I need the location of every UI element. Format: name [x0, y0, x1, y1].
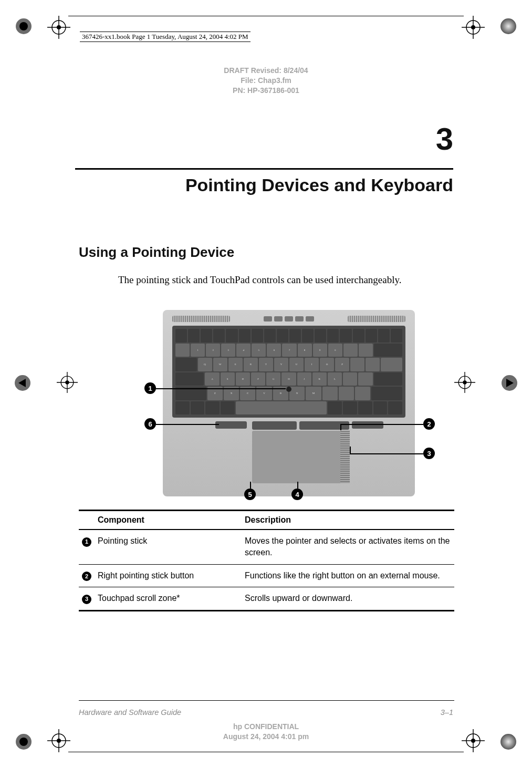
side-arrow-icon: [13, 373, 32, 392]
side-arrow-icon: [500, 373, 519, 392]
row-component: Pointing stick: [95, 530, 242, 564]
touchpad-button-right: [299, 421, 349, 430]
callout-badge: 5: [244, 489, 256, 500]
callout-badge: 3: [423, 448, 435, 459]
pointing-stick-button-right: [352, 421, 383, 429]
keyboard-touchpad-figure: 1234567890 QWERTYUIOP ASDFGHJKL ZXCVBNM: [163, 310, 415, 496]
body-paragraph: The pointing stick and TouchPad controls…: [118, 273, 428, 287]
draft-line: DRAFT Revised: 8/24/04: [0, 66, 532, 76]
speaker-bar: [172, 314, 405, 324]
media-button-icon: [285, 316, 293, 321]
table-header-component: Component: [95, 511, 242, 530]
component-table: Component Description 1 Pointing stick M…: [79, 510, 454, 611]
callout-leader-line: [156, 388, 286, 389]
print-mark-icon: [498, 16, 519, 37]
callout-leader-line: [341, 424, 423, 425]
row-description: Scrolls upward or downward.: [242, 587, 454, 610]
svg-point-2: [500, 18, 516, 34]
row-description: Functions like the right button on an ex…: [242, 564, 454, 587]
callout-badge: 1: [144, 382, 156, 394]
touchpad-area: [252, 431, 341, 483]
table-row: 3 Touchpad scroll zone* Scrolls upward o…: [79, 587, 454, 610]
callout-leader-line: [350, 447, 351, 454]
media-button-icon: [295, 316, 304, 321]
media-button-icon: [306, 316, 314, 321]
svg-point-1: [19, 22, 28, 30]
callout-leader-line: [351, 453, 423, 454]
row-description: Moves the pointer and selects or activat…: [242, 530, 454, 564]
touchpad-button-left: [252, 421, 297, 430]
table-row: 1 Pointing stick Moves the pointer and s…: [79, 530, 454, 564]
callout-leader-line: [297, 482, 298, 489]
pointing-stick-icon: [286, 387, 291, 392]
row-number-badge: 1: [82, 537, 91, 547]
row-number-badge: 3: [82, 595, 91, 604]
media-button-icon: [264, 316, 272, 321]
pointing-stick-button-left: [215, 421, 247, 429]
row-component: Right pointing stick button: [95, 564, 242, 587]
draft-header: DRAFT Revised: 8/24/04 File: Chap3.fm PN…: [0, 66, 532, 96]
touchpad-scroll-zone: [340, 431, 350, 483]
draft-line: PN: HP-367186-001: [0, 86, 532, 96]
book-info-bar: 367426-xx1.book Page 1 Tuesday, August 2…: [80, 32, 251, 42]
footer-confidential-line: August 24, 2004 4:01 pm: [0, 732, 532, 742]
chapter-number: 3: [436, 121, 453, 157]
row-component: Touchpad scroll zone*: [95, 587, 242, 610]
callout-badge: 2: [423, 418, 435, 430]
footer-rule: [79, 700, 454, 701]
svg-point-9: [57, 25, 61, 29]
footer-guide-title: Hardware and Software Guide: [79, 708, 181, 717]
table-header-description: Description: [242, 511, 454, 530]
print-mark-icon: [13, 16, 34, 37]
row-number-badge: 2: [82, 572, 91, 581]
registration-mark-icon: [47, 16, 70, 39]
registration-mark-icon: [57, 372, 78, 393]
callout-leader-line: [250, 482, 251, 489]
svg-point-33: [463, 380, 466, 384]
speaker-grille-icon: [172, 316, 230, 322]
footer-confidential-line: hp CONFIDENTIAL: [0, 722, 532, 732]
callout-leader-line: [340, 424, 341, 430]
registration-mark-icon: [462, 16, 485, 39]
registration-mark-icon: [454, 372, 475, 393]
footer-page-number: 3–1: [441, 708, 453, 717]
media-button-icon: [274, 316, 283, 321]
keyboard-illustration: 1234567890 QWERTYUIOP ASDFGHJKL ZXCVBNM: [172, 326, 405, 418]
callout-badge: 6: [144, 418, 156, 430]
svg-point-13: [471, 25, 475, 29]
svg-point-29: [65, 380, 69, 384]
callout-leader-line: [156, 424, 219, 425]
chapter-title: Pointing Devices and Keyboard: [75, 168, 453, 195]
speaker-grille-icon: [348, 316, 405, 322]
callout-badge: 4: [291, 489, 303, 500]
section-heading: Using a Pointing Device: [79, 244, 234, 261]
footer-confidential: hp CONFIDENTIAL August 24, 2004 4:01 pm: [0, 722, 532, 742]
draft-line: File: Chap3.fm: [0, 76, 532, 86]
table-row: 2 Right pointing stick button Functions …: [79, 564, 454, 587]
